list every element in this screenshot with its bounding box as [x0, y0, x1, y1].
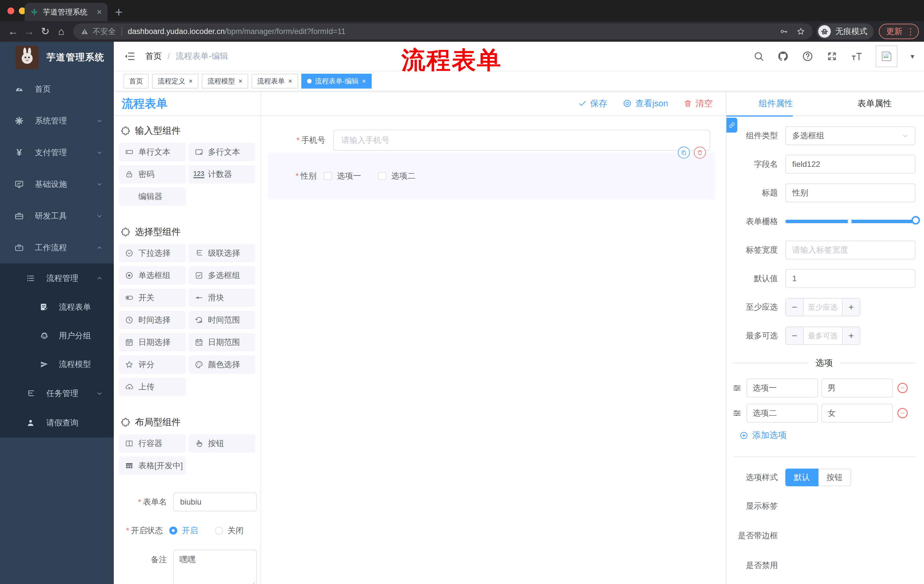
sidebar-item-process-model[interactable]: 流程模型: [0, 350, 114, 378]
palette-item-switch[interactable]: 开关: [119, 289, 186, 307]
remove-option-button[interactable]: [898, 383, 908, 393]
tag-process-model[interactable]: 流程模型×: [202, 74, 248, 89]
new-tab-button[interactable]: +: [115, 4, 123, 20]
sidebar-item-user-group[interactable]: 用户分组: [0, 321, 114, 350]
forward-icon[interactable]: →: [21, 25, 37, 38]
search-icon[interactable]: [753, 51, 764, 62]
min-select-input[interactable]: [804, 299, 842, 316]
palette-item-editor[interactable]: 编辑器: [119, 188, 186, 206]
browser-menu-dots-icon[interactable]: ⋮: [906, 26, 915, 36]
default-value-input[interactable]: [785, 269, 916, 288]
sidebar-item-leave-query[interactable]: 请假查询: [0, 408, 114, 438]
copy-component-button[interactable]: [678, 146, 690, 159]
stepper-decrease-button[interactable]: −: [786, 327, 804, 344]
sidebar-item-process-form[interactable]: 流程表单: [0, 293, 114, 321]
github-icon[interactable]: [777, 51, 789, 62]
tab-component-props[interactable]: 组件属性: [726, 91, 825, 115]
clear-button[interactable]: 清空: [683, 98, 713, 109]
font-size-icon[interactable]: [851, 50, 863, 62]
close-window-button[interactable]: [7, 7, 14, 14]
browser-update-button[interactable]: 更新 ⋮: [879, 24, 919, 39]
reload-icon[interactable]: ↻: [37, 25, 53, 38]
field-phone[interactable]: *手机号: [261, 130, 726, 151]
option-label-input[interactable]: [746, 404, 818, 423]
tag-home[interactable]: 首页: [124, 74, 148, 89]
breadcrumb-home[interactable]: 首页: [145, 51, 162, 62]
form-remark-textarea[interactable]: 嘿嘿: [173, 550, 257, 584]
checkbox-box-icon[interactable]: [378, 172, 386, 180]
sidebar-item-home[interactable]: 首页: [0, 73, 114, 105]
palette-item-table[interactable]: 表格[开发中]: [119, 457, 186, 475]
tab-close-icon[interactable]: ×: [97, 7, 102, 17]
palette-item-date-picker[interactable]: 日期选择: [119, 333, 186, 351]
palette-item-select[interactable]: 下拉选择: [119, 244, 186, 262]
drag-handle-icon[interactable]: [732, 383, 742, 393]
stepper-increase-button[interactable]: +: [842, 299, 860, 316]
sidebar-item-workflow[interactable]: 工作流程: [0, 232, 114, 263]
palette-item-slider[interactable]: 滑块: [189, 289, 256, 307]
status-radio-off[interactable]: 关闭: [215, 525, 244, 536]
palette-item-color-picker[interactable]: 颜色选择: [189, 355, 256, 374]
drag-handle-icon[interactable]: [732, 408, 742, 418]
sidebar-item-payment[interactable]: ¥ 支付管理: [0, 137, 114, 168]
delete-component-button[interactable]: [694, 146, 706, 159]
max-select-input[interactable]: [804, 327, 842, 344]
tag-close-icon[interactable]: ×: [189, 77, 193, 85]
palette-item-single-text[interactable]: 单行文本: [119, 143, 186, 161]
field-gender-selected[interactable]: *性别 选项一 选项二: [268, 153, 715, 199]
sidebar-item-infra[interactable]: 基础设施: [0, 168, 114, 200]
palette-item-row-container[interactable]: 行容器: [119, 434, 186, 452]
address-bar[interactable]: 不安全 dashboard.yudao.iocoder.cn/bpm/manag…: [73, 23, 812, 39]
component-type-select[interactable]: 多选框组: [785, 126, 916, 145]
tag-process-form[interactable]: 流程表单×: [252, 74, 298, 89]
tab-form-props[interactable]: 表单属性: [825, 91, 924, 115]
canvas-body[interactable]: *手机号 *性别 选项一 选项二: [261, 116, 726, 584]
avatar-caret-down-icon[interactable]: ▾: [911, 52, 914, 61]
stepper-increase-button[interactable]: +: [842, 327, 860, 344]
style-button-button[interactable]: 按钮: [818, 469, 851, 486]
style-default-button[interactable]: 默认: [785, 469, 818, 486]
home-icon[interactable]: ⌂: [53, 25, 69, 38]
palette-item-multi-text[interactable]: 多行文本: [189, 143, 256, 161]
form-name-input[interactable]: [173, 493, 257, 512]
palette-item-rate[interactable]: 评分: [119, 355, 186, 374]
avatar[interactable]: [876, 45, 898, 67]
sidebar-item-devtools[interactable]: 研发工具: [0, 200, 114, 232]
palette-item-time-picker[interactable]: 时间选择: [119, 311, 186, 329]
checkbox-box-icon[interactable]: [324, 172, 332, 180]
bookmark-star-icon[interactable]: [797, 27, 805, 36]
palette-item-checkbox-group[interactable]: 多选框组: [189, 266, 256, 285]
palette-item-password[interactable]: 密码: [119, 165, 186, 183]
browser-tab[interactable]: 芋道管理系统 ×: [25, 3, 107, 21]
slider-track[interactable]: [785, 220, 916, 223]
field-name-input[interactable]: [785, 155, 916, 174]
sidebar-item-system[interactable]: 系统管理: [0, 105, 114, 137]
palette-item-date-range[interactable]: 日期范围: [189, 333, 256, 351]
sidebar-logo[interactable]: 芋道管理系统: [0, 42, 114, 73]
palette-item-cascader[interactable]: 级联选择: [189, 244, 256, 262]
sidebar-item-process-mgmt[interactable]: 流程管理: [0, 263, 114, 293]
help-question-icon[interactable]: [802, 51, 813, 62]
resize-handle[interactable]: [250, 582, 255, 584]
label-width-input[interactable]: [785, 240, 916, 260]
view-json-button[interactable]: 查看json: [623, 98, 668, 109]
tag-process-form-edit[interactable]: 流程表单-编辑×: [301, 74, 372, 89]
remove-option-button[interactable]: [898, 408, 908, 418]
add-option-button[interactable]: 添加选项: [739, 429, 916, 441]
grid-slider[interactable]: [785, 212, 916, 231]
palette-item-radio-group[interactable]: 单选框组: [119, 266, 186, 285]
password-key-icon[interactable]: [779, 27, 788, 36]
palette-item-button[interactable]: 按钮: [189, 434, 256, 452]
checkbox-option-1[interactable]: 选项一: [324, 171, 361, 181]
back-icon[interactable]: ←: [5, 25, 21, 38]
sidebar-item-task-mgmt[interactable]: 任务管理: [0, 378, 114, 408]
checkbox-option-2[interactable]: 选项二: [378, 171, 416, 181]
option-value-input[interactable]: [822, 404, 893, 423]
palette-item-time-range[interactable]: 时间范围: [189, 311, 256, 329]
title-input[interactable]: [785, 183, 916, 202]
sidebar-fold-icon[interactable]: [124, 50, 135, 62]
option-value-input[interactable]: [822, 378, 893, 397]
save-button[interactable]: 保存: [578, 98, 607, 109]
palette-item-counter[interactable]: 123计数器: [189, 165, 256, 183]
tag-close-icon[interactable]: ×: [288, 77, 292, 85]
